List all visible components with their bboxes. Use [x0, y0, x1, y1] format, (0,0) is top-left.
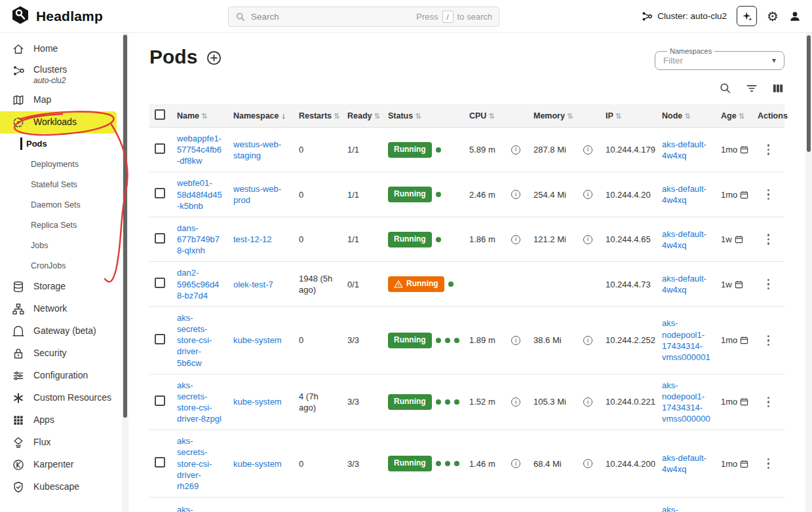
row-actions-menu[interactable] [764, 189, 773, 200]
sort-toggle-icon[interactable]: ⇅ [374, 112, 380, 120]
namespace-link[interactable]: test-12-12 [233, 234, 272, 244]
sidebar-item-stateful-sets[interactable]: Stateful Sets [0, 174, 122, 194]
sidebar-item-workloads[interactable]: Workloads [0, 111, 117, 134]
select-all-checkbox[interactable] [155, 109, 165, 120]
table-columns-button[interactable] [771, 82, 784, 95]
row-actions-menu[interactable] [764, 234, 773, 245]
sidebar-item-kubescape[interactable]: Kubescape [0, 476, 122, 498]
info-icon[interactable]: i [511, 459, 520, 468]
column-header-name[interactable]: Name⇅ [172, 104, 228, 128]
info-icon[interactable]: i [583, 145, 592, 155]
main-scrollbar[interactable] [805, 33, 812, 512]
row-actions-menu[interactable] [764, 279, 773, 290]
sidebar-scrollbar[interactable] [122, 33, 128, 512]
sidebar-item-daemon-sets[interactable]: Daemon Sets [0, 194, 122, 215]
node-link[interactable]: aks-default-4w4xq [662, 139, 706, 160]
pod-name-link[interactable]: webfe01-58d48f4d45-k5bnb [177, 178, 222, 210]
namespace-link[interactable]: kube-system [233, 335, 282, 345]
column-header-status[interactable]: Status⇅ [383, 104, 464, 128]
sort-toggle-icon[interactable]: ⇅ [488, 112, 494, 120]
sidebar-item-map[interactable]: Map [0, 89, 122, 111]
sidebar-item-clusters[interactable]: Clustersauto-clu2 [0, 60, 122, 89]
settings-button[interactable]: ⚙ [767, 10, 779, 23]
sidebar-item-karpenter[interactable]: Karpenter [0, 454, 122, 476]
sidebar-item-replica-sets[interactable]: Replica Sets [0, 215, 122, 235]
node-link[interactable]: aks-default-4w4xq [662, 229, 706, 250]
row-checkbox[interactable] [155, 188, 165, 198]
column-header-restarts[interactable]: Restarts⇅ [294, 104, 342, 128]
pod-name-link[interactable]: aks-secrets-store-csi-driver-5b6cw [177, 313, 212, 368]
info-icon[interactable]: i [583, 459, 592, 468]
create-pod-button[interactable] [206, 50, 222, 65]
info-icon[interactable]: i [511, 336, 520, 345]
row-checkbox[interactable] [155, 233, 165, 244]
info-icon[interactable]: i [511, 145, 520, 155]
pod-name-link[interactable]: webappfe1-57754c4fb6-df8kw [177, 134, 222, 166]
info-icon[interactable]: i [583, 397, 592, 407]
column-header-memory[interactable]: Memory⇅ [528, 104, 600, 128]
sidebar-item-network[interactable]: Network [0, 298, 122, 320]
info-icon[interactable]: i [583, 190, 592, 199]
pod-name-link[interactable]: dan2-5965c96d48-bz7d4 [177, 268, 219, 300]
info-icon[interactable]: i [511, 190, 520, 199]
sort-toggle-icon[interactable]: ⇅ [615, 112, 621, 120]
sort-toggle-icon[interactable]: ⇅ [415, 112, 421, 120]
column-header-ip[interactable]: IP⇅ [600, 104, 657, 128]
node-link[interactable]: aks-nodepool1-17434314-vmss000001 [662, 318, 710, 361]
sidebar-item-gateway-beta[interactable]: Gateway (beta) [0, 320, 122, 342]
row-checkbox[interactable] [155, 334, 165, 344]
pod-name-link[interactable]: aks-secrets- [177, 505, 207, 512]
sidebar-item-apps[interactable]: Apps [0, 409, 122, 431]
user-menu-button[interactable] [788, 10, 802, 23]
row-checkbox[interactable] [155, 143, 165, 154]
main-scrollbar-thumb[interactable] [807, 35, 811, 152]
row-actions-menu[interactable] [764, 397, 773, 408]
sidebar-item-security[interactable]: Security [0, 342, 122, 365]
node-link[interactable]: aks-default-4w4xq [662, 453, 706, 474]
sidebar-item-deployments[interactable]: Deployments [0, 154, 122, 174]
node-link[interactable]: aks-default-4w4xq [662, 274, 706, 295]
sort-toggle-icon[interactable]: ⇅ [567, 112, 573, 120]
sidebar-item-pods[interactable]: Pods [0, 134, 122, 154]
pod-name-link[interactable]: aks-secrets-store-csi-driver-8zpgl [177, 380, 222, 424]
global-search-input[interactable]: Search Press / to search [228, 7, 499, 27]
sort-desc-icon[interactable]: ↓ [282, 111, 286, 120]
table-filter-button[interactable] [745, 82, 758, 95]
sidebar-item-flux[interactable]: Flux [0, 431, 122, 454]
sort-toggle-icon[interactable]: ⇅ [334, 112, 339, 120]
namespace-link[interactable]: olek-test-7 [233, 280, 273, 289]
node-link[interactable]: aks-default-4w4xq [662, 184, 706, 205]
namespace-link[interactable]: westus-web-staging [233, 139, 281, 160]
sidebar-item-configuration[interactable]: Configuration [0, 365, 122, 387]
info-icon[interactable]: i [583, 235, 592, 244]
row-checkbox[interactable] [155, 278, 165, 288]
sort-toggle-icon[interactable]: ⇅ [684, 112, 690, 120]
column-header-namespace[interactable]: Namespace↓ [228, 104, 294, 128]
pod-name-link[interactable]: aks-secrets-store-csi-driver-rh269 [177, 436, 212, 491]
namespaces-filter-select[interactable]: Namespaces Filter ▾ [655, 47, 784, 70]
sort-toggle-icon[interactable]: ⇅ [201, 112, 207, 120]
info-icon[interactable]: i [511, 397, 520, 407]
column-header-node[interactable]: Node⇅ [657, 104, 716, 128]
app-brand[interactable]: Headlamp [10, 5, 103, 27]
cluster-selector[interactable]: Cluster: auto-clu2 [641, 10, 727, 22]
info-icon[interactable]: i [511, 235, 520, 244]
sidebar-item-jobs[interactable]: Jobs [0, 235, 122, 255]
sidebar-scrollbar-thumb[interactable] [123, 35, 127, 418]
column-header-cpu[interactable]: CPU⇅ [464, 104, 528, 128]
sidebar-item-cronjobs[interactable]: CronJobs [0, 255, 122, 276]
row-actions-menu[interactable] [764, 335, 773, 346]
sidebar-item-custom-resources[interactable]: Custom Resources [0, 387, 122, 409]
node-link[interactable]: aks-nodepool1- [662, 505, 705, 512]
namespace-link[interactable]: westus-web-prod [233, 184, 281, 205]
column-header-ready[interactable]: Ready⇅ [342, 104, 383, 128]
ai-assistant-button[interactable] [737, 6, 757, 26]
sort-toggle-icon[interactable]: ⇅ [739, 112, 744, 120]
sidebar-item-storage[interactable]: Storage [0, 276, 122, 298]
row-checkbox[interactable] [155, 395, 165, 406]
row-actions-menu[interactable] [764, 458, 773, 469]
node-link[interactable]: aks-nodepool1-17434314-vmss000000 [662, 380, 710, 424]
row-actions-menu[interactable] [764, 144, 773, 155]
namespace-link[interactable]: kube-system [233, 459, 282, 469]
sidebar-item-home[interactable]: Home [0, 38, 122, 60]
